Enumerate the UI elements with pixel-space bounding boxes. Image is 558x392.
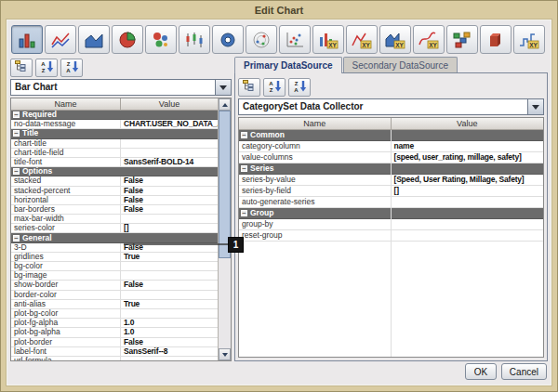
scroll-down-button[interactable] [219, 348, 231, 360]
xy-bar-chart-button[interactable]: XY [312, 25, 344, 54]
property-value[interactable]: False [121, 243, 218, 252]
collapse-icon[interactable]: − [241, 165, 247, 172]
scrollbar-track[interactable] [219, 111, 231, 348]
property-value[interactable]: 1.0 [121, 319, 218, 327]
property-row-plot-fg-alpha[interactable]: plot-fg-alpha1.0 [11, 319, 218, 328]
ring-chart-button[interactable] [212, 25, 244, 54]
property-value[interactable]: [speed, user_rating, millage, safety] [392, 152, 544, 163]
polar-chart-button[interactable] [246, 25, 277, 54]
stacked-3d-chart-button[interactable] [480, 25, 512, 54]
property-row-bg-image[interactable]: bg-image [11, 271, 218, 281]
property-row-3-D[interactable]: 3-DFalse [11, 243, 218, 253]
sort-ascending-button[interactable]: AZ [35, 59, 58, 77]
property-row-horizontal[interactable]: horizontalFalse [11, 196, 218, 205]
property-value[interactable] [392, 197, 544, 207]
scatter-chart-button[interactable] [279, 25, 311, 54]
property-value[interactable] [121, 291, 218, 299]
stock-chart-button[interactable] [179, 25, 210, 54]
collapse-icon[interactable]: − [13, 168, 20, 175]
title-bar[interactable]: Edit Chart [1, 1, 557, 19]
xy-step-chart-button[interactable]: XY [513, 25, 545, 54]
bar-chart-button[interactable] [11, 25, 43, 54]
chart-type-combo[interactable]: Bar Chart [10, 79, 232, 96]
property-value[interactable]: True [121, 253, 218, 261]
data-collector-combo[interactable]: CategorySet Data Collector [238, 98, 544, 115]
sort-ascending-button[interactable]: AZ [263, 78, 286, 97]
property-value[interactable]: False [121, 176, 218, 185]
property-row-max-bar-width[interactable]: max-bar-width [11, 215, 218, 224]
xy-line-chart-button[interactable]: XY [346, 25, 378, 54]
tab-secondary-datasource[interactable]: Secondary DataSource [343, 57, 458, 73]
scroll-up-button[interactable] [219, 98, 231, 111]
property-row-value-columns[interactable]: value-columns[speed, user_rating, millag… [239, 152, 543, 163]
property-value[interactable]: [Speed, User Rating, Millage, Safety] [392, 175, 544, 185]
property-row-url-formula[interactable]: url-formula [11, 357, 218, 360]
property-value[interactable] [121, 149, 218, 157]
property-row-no-data-message[interactable]: no-data-messageCHART.USER_NO_DATA_... [11, 120, 218, 129]
property-row-auto-generate-series[interactable]: auto-generate-series [239, 197, 543, 208]
xy-spline-chart-button[interactable]: XY [413, 25, 445, 54]
property-value[interactable] [121, 215, 218, 223]
property-row-stacked-percent[interactable]: stacked-percentFalse [11, 187, 218, 196]
collapse-icon[interactable]: − [13, 111, 20, 118]
property-row-bg-color[interactable]: bg-color [11, 262, 218, 271]
collapse-icon[interactable]: − [13, 130, 20, 137]
property-value[interactable]: False [121, 281, 218, 289]
property-value[interactable] [121, 309, 218, 318]
section-row-common[interactable]: −Common [239, 130, 543, 141]
sort-descending-button[interactable]: ZA [60, 59, 83, 77]
xy-area-chart-button[interactable]: XY [379, 25, 411, 54]
property-row-anti-alias[interactable]: anti-aliasTrue [11, 300, 218, 309]
property-value[interactable] [392, 219, 544, 229]
property-row-border-color[interactable]: border-color [11, 291, 218, 300]
property-value[interactable]: 1.0 [121, 328, 218, 336]
property-value[interactable] [121, 262, 218, 270]
ok-button[interactable]: OK [465, 363, 497, 380]
property-row-chart-title[interactable]: chart-title [11, 139, 218, 149]
collapse-icon[interactable]: − [241, 210, 247, 216]
sort-descending-button[interactable]: ZA [288, 78, 311, 97]
bubble-chart-button[interactable] [145, 25, 177, 54]
property-row-gridlines[interactable]: gridlinesTrue [11, 253, 218, 262]
pie-chart-button[interactable] [112, 25, 143, 54]
tab-primary-datasource[interactable]: Primary DataSource [234, 57, 342, 73]
property-row-series-by-field[interactable]: series-by-field[] [239, 186, 543, 197]
property-row-chart-title-field[interactable]: chart-title-field [11, 149, 218, 158]
cancel-button[interactable]: Cancel [501, 363, 547, 380]
left-table-scrollbar[interactable] [218, 98, 231, 360]
categorize-button[interactable] [238, 78, 260, 97]
column-header-value[interactable]: Value [392, 118, 544, 129]
scrollbar-thumb[interactable] [219, 111, 231, 258]
property-value[interactable] [121, 139, 218, 148]
property-value[interactable]: False [121, 196, 218, 204]
collapse-icon[interactable]: − [13, 235, 20, 242]
section-row-options[interactable]: −Options [11, 167, 218, 176]
property-row-category-column[interactable]: category-columnname [239, 141, 543, 152]
property-row-plot-bg-color[interactable]: plot-bg-color [11, 309, 218, 319]
property-value[interactable]: False [121, 187, 218, 195]
property-value[interactable]: CHART.USER_NO_DATA_... [121, 120, 218, 128]
property-row-plot-bg-alpha[interactable]: plot-bg-alpha1.0 [11, 328, 218, 337]
section-row-group[interactable]: −Group [239, 208, 543, 219]
column-header-value[interactable]: Value [121, 98, 218, 110]
property-row-plot-border[interactable]: plot-borderFalse [11, 338, 218, 347]
property-row-series-by-value[interactable]: series-by-value[Speed, User Rating, Mill… [239, 175, 543, 186]
section-row-required[interactable]: −Required [11, 111, 218, 120]
property-row-label-font[interactable]: label-fontSansSerif--8 [11, 347, 218, 357]
property-value[interactable]: False [121, 205, 218, 214]
chevron-down-icon[interactable] [527, 99, 543, 114]
column-header-name[interactable]: Name [239, 118, 392, 129]
property-row-show-border[interactable]: show-borderFalse [11, 281, 218, 290]
property-value[interactable] [392, 230, 544, 241]
section-row-title[interactable]: −Title [11, 129, 218, 138]
collapse-icon[interactable]: − [241, 132, 247, 138]
property-value[interactable]: False [121, 338, 218, 346]
property-value[interactable] [121, 357, 218, 360]
line-chart-button[interactable] [45, 25, 76, 54]
property-row-series-color[interactable]: series-color[] [11, 224, 218, 233]
property-value[interactable]: True [121, 300, 218, 308]
property-row-bar-borders[interactable]: bar-bordersFalse [11, 205, 218, 215]
property-value[interactable]: [] [121, 224, 218, 232]
property-row-reset-group[interactable]: reset-group [239, 230, 543, 242]
categorize-button[interactable] [10, 59, 33, 77]
